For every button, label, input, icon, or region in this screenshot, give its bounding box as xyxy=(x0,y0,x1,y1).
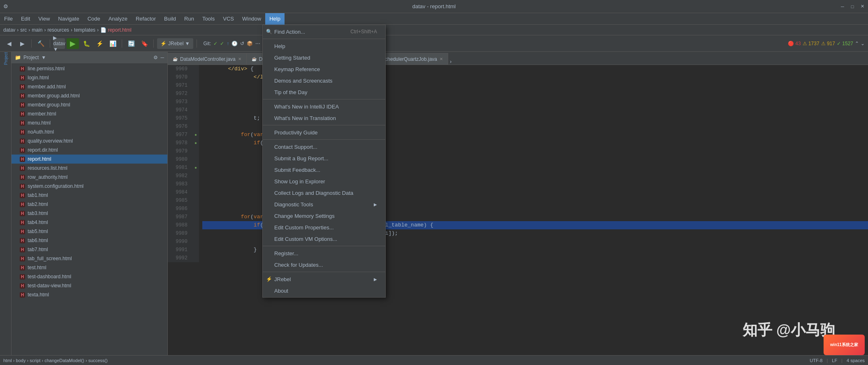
tree-item-tab7[interactable]: H tab7.html xyxy=(12,245,167,254)
status-line-sep[interactable]: LF xyxy=(832,358,837,363)
menu-item-contact[interactable]: Contact Support... xyxy=(263,141,385,152)
tab-datamodelcontroller[interactable]: ☕ DataModelController.java ✕ xyxy=(168,53,247,65)
tree-item-member-group-add[interactable]: H member.group.add.html xyxy=(12,91,167,100)
menu-item-bug[interactable]: Submit a Bug Report... xyxy=(263,152,385,164)
bookmark-button[interactable]: 🔖 xyxy=(139,38,150,49)
toolbar-run-config-dropdown[interactable]: ▶ datav ▼ xyxy=(53,38,65,49)
coverage-button[interactable]: ⚡ xyxy=(94,38,105,49)
breadcrumb-src[interactable]: src xyxy=(20,27,27,33)
menu-code[interactable]: Code xyxy=(83,13,104,25)
status-indent[interactable]: 4 spaces xyxy=(847,358,865,363)
toolbar-forward-button[interactable]: ▶ xyxy=(16,38,28,49)
menu-find-action[interactable]: 🔍 Find Action... Ctrl+Shift+A xyxy=(263,26,385,37)
tree-item-row-authority[interactable]: H row_authority.html xyxy=(12,173,167,182)
tab-close-icon[interactable]: ✕ xyxy=(440,57,443,61)
menu-item-about[interactable]: About xyxy=(263,285,385,296)
sidebar-project-icon[interactable]: Project xyxy=(1,53,11,63)
corner-logo-text: win11系统之家 xyxy=(830,342,858,348)
tree-item-resources-list[interactable]: H resources.list.html xyxy=(12,164,167,173)
tree-item-test-datav[interactable]: H test-datav-view.html xyxy=(12,281,167,290)
run-button[interactable]: ▶ xyxy=(67,38,79,49)
tree-item-noauth[interactable]: H noAuth.html xyxy=(12,127,167,136)
status-encoding[interactable]: UTF-8 xyxy=(810,358,822,363)
tree-item-tab5[interactable]: H tab5.html xyxy=(12,227,167,236)
tab-scroll-right[interactable]: › xyxy=(448,58,453,65)
menu-item-register[interactable]: Register... xyxy=(263,247,385,259)
menu-build[interactable]: Build xyxy=(160,13,180,25)
menu-item-keymap[interactable]: Keymap Reference xyxy=(263,63,385,75)
tree-item-report-dir[interactable]: H report.dir.html xyxy=(12,146,167,155)
toolbar-back-button[interactable]: ◀ xyxy=(3,38,15,49)
breadcrumb-resources[interactable]: resources xyxy=(47,27,69,33)
tab-close-icon[interactable]: ✕ xyxy=(238,57,241,61)
tree-item-member[interactable]: H member.html xyxy=(12,109,167,118)
tree-item-line-permiss[interactable]: H line.permiss.html xyxy=(12,64,167,73)
menu-tools[interactable]: Tools xyxy=(198,13,219,25)
menu-item-memory[interactable]: Change Memory Settings xyxy=(263,210,385,222)
tree-item-menu[interactable]: H menu.html xyxy=(12,118,167,127)
tree-item-tab-fullscreen[interactable]: H tab_full_screen.html xyxy=(12,254,167,263)
tree-item-quality[interactable]: H quality.overview.html xyxy=(12,136,167,146)
menu-item-productivity[interactable]: Productivity Guide xyxy=(263,127,385,138)
menu-vcs[interactable]: VCS xyxy=(219,13,238,25)
menu-run[interactable]: Run xyxy=(180,13,198,25)
tree-item-system-config[interactable]: H system.configuration.html xyxy=(12,182,167,191)
menu-item-feedback[interactable]: Submit Feedback... xyxy=(263,164,385,176)
tree-item-member-add[interactable]: H member.add.html xyxy=(12,82,167,91)
breadcrumb-file[interactable]: 📄 report.html xyxy=(100,27,132,33)
menu-refactor[interactable]: Refactor xyxy=(132,13,160,25)
file-name: row_authority.html xyxy=(28,174,67,180)
menu-file[interactable]: File xyxy=(0,13,17,25)
menu-edit[interactable]: Edit xyxy=(17,13,34,25)
menu-item-check-updates[interactable]: Check for Updates... xyxy=(263,259,385,270)
tree-item-tab1[interactable]: H tab1.html xyxy=(12,191,167,200)
menu-item-getting-started[interactable]: Getting Started xyxy=(263,52,385,63)
show-log-label: Show Log in Explorer xyxy=(274,178,325,185)
menu-item-diagnostic-tools[interactable]: Diagnostic Tools ▶ xyxy=(263,199,385,210)
menu-item-help[interactable]: Help xyxy=(263,40,385,52)
panel-dropdown-icon[interactable]: ▼ xyxy=(41,55,46,60)
tree-item-report[interactable]: H report.html xyxy=(12,155,167,164)
minimize-button[interactable]: ─ xyxy=(840,4,845,9)
menu-view[interactable]: View xyxy=(34,13,54,25)
tree-item-member-group[interactable]: H member.group.html xyxy=(12,100,167,109)
close-button[interactable]: ✕ xyxy=(860,4,865,9)
menu-item-jrebel[interactable]: ⚡ JRebel ▶ xyxy=(263,273,385,285)
tree-item-tab4[interactable]: H tab4.html xyxy=(12,218,167,227)
maximize-button[interactable]: □ xyxy=(850,4,855,9)
tree-item-login[interactable]: H login.html xyxy=(12,73,167,82)
jrebel-dropdown[interactable]: ⚡ JRebel ▼ xyxy=(157,38,193,49)
panel-gear-icon[interactable]: ⚙ xyxy=(153,55,158,60)
menu-help[interactable]: Help xyxy=(265,13,285,25)
tree-item-test-dashboard[interactable]: H test-dashboard.html xyxy=(12,272,167,281)
menu-window[interactable]: Window xyxy=(238,13,265,25)
menu-item-collect-logs[interactable]: Collect Logs and Diagnostic Data xyxy=(263,187,385,199)
menu-item-whats-new-translation[interactable]: What's New in Translation xyxy=(263,112,385,124)
tab-file-icon: ☕ xyxy=(173,57,178,61)
tree-item-tab3[interactable]: H tab3.html xyxy=(12,209,167,218)
breadcrumb-datav[interactable]: datav xyxy=(3,27,15,33)
debug-button[interactable]: 🐛 xyxy=(81,38,92,49)
menu-item-show-log[interactable]: Show Log in Explorer xyxy=(263,176,385,187)
profile-button[interactable]: 📊 xyxy=(107,38,118,49)
breadcrumb-templates[interactable]: templates xyxy=(74,27,95,33)
menu-item-demos[interactable]: Demos and Screencasts xyxy=(263,75,385,86)
menu-analyze[interactable]: Analyze xyxy=(104,13,132,25)
breadcrumb-main[interactable]: main xyxy=(32,27,42,33)
tree-item-tab2[interactable]: H tab2.html xyxy=(12,200,167,209)
help-label: Help xyxy=(274,43,285,49)
panel-minimize-icon[interactable]: ─ xyxy=(160,55,164,60)
file-icon: H xyxy=(20,175,25,180)
menu-item-whats-new-intellij[interactable]: What's New in IntelliJ IDEA xyxy=(263,101,385,112)
update-button[interactable]: 🔄 xyxy=(125,38,137,49)
tree-item-texta[interactable]: H texta.html xyxy=(12,290,167,299)
breadcrumb-sep-1: › xyxy=(17,27,19,33)
tree-item-test[interactable]: H test.html xyxy=(12,263,167,272)
sidebar-icons: Project xyxy=(0,52,12,355)
menu-item-custom-vm[interactable]: Edit Custom VM Options... xyxy=(263,233,385,245)
menu-item-custom-props[interactable]: Edit Custom Properties... xyxy=(263,222,385,233)
menu-navigate[interactable]: Navigate xyxy=(54,13,83,25)
menu-item-tip[interactable]: Tip of the Day xyxy=(263,86,385,98)
tree-item-tab6[interactable]: H tab6.html xyxy=(12,236,167,245)
toolbar-build-button[interactable]: 🔨 xyxy=(35,38,46,49)
